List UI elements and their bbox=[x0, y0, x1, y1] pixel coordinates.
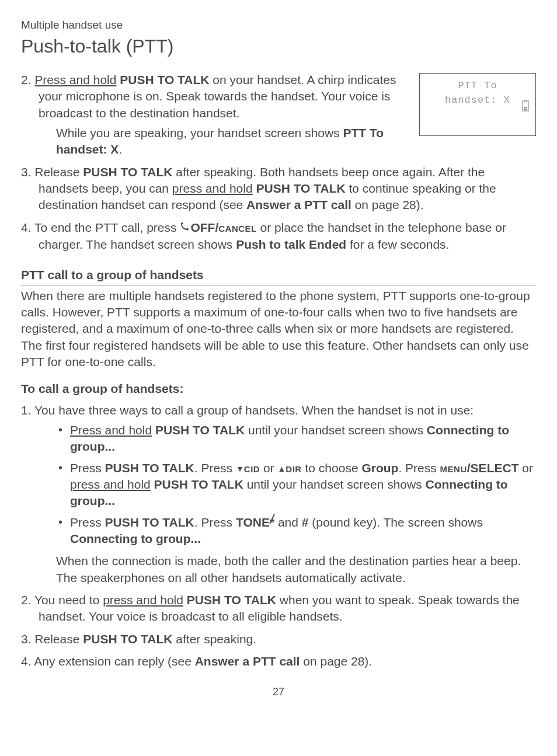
text: cancel bbox=[218, 221, 257, 234]
text: Any extension can reply (see bbox=[34, 654, 194, 668]
text: to choose bbox=[302, 461, 362, 475]
group-intro: When there are multiple handsets registe… bbox=[21, 288, 536, 371]
group-step-3: 3. Release PUSH TO TALK after speaking. bbox=[21, 631, 536, 647]
text: (pound key). The screen shows bbox=[309, 515, 483, 529]
text: You have three ways to call a group of h… bbox=[34, 403, 474, 417]
text: . Press bbox=[194, 461, 236, 475]
text: . bbox=[119, 142, 122, 156]
bullet-1: Press and hold PUSH TO TALK until your h… bbox=[70, 422, 536, 455]
step-4: 4. To end the PTT call, press OFF/cancel… bbox=[21, 220, 536, 253]
text: dir bbox=[286, 461, 301, 475]
text: Release bbox=[34, 165, 83, 179]
text: or bbox=[260, 461, 277, 475]
text: press and hold bbox=[172, 182, 253, 195]
text: You need to bbox=[34, 593, 103, 607]
bullet-2: Press PUSH TO TALK. Press ▼cid or ▲dir t… bbox=[70, 460, 536, 510]
text: on page 28). bbox=[300, 654, 372, 668]
text: OFF/ bbox=[190, 221, 218, 234]
text: Answer a PTT call bbox=[246, 198, 351, 211]
text: menu bbox=[440, 461, 467, 475]
text: and bbox=[274, 515, 302, 529]
battery-icon bbox=[521, 100, 530, 116]
step-number: 3. bbox=[21, 165, 32, 179]
text: . Press bbox=[194, 515, 236, 529]
step-number: 4. bbox=[21, 654, 32, 668]
text: PUSH TO TALK bbox=[155, 423, 245, 437]
text: Connecting to group... bbox=[70, 532, 201, 545]
text: Press and hold bbox=[34, 73, 116, 86]
bullet-3: Press PUSH TO TALK. Press TONE* and # (p… bbox=[70, 514, 536, 548]
text: Press and hold bbox=[70, 423, 152, 437]
text: Push to talk Ended bbox=[236, 238, 346, 251]
text: until your handset screen shows bbox=[245, 423, 427, 437]
text: Press bbox=[70, 515, 105, 529]
handset-screen-illustration: PTT To handset: X bbox=[419, 73, 536, 136]
screen-line-1: PTT To bbox=[424, 79, 531, 93]
text: PUSH TO TALK bbox=[105, 515, 194, 529]
text: PUSH TO TALK bbox=[256, 182, 345, 195]
group-step-1: 1. You have three ways to call a group o… bbox=[21, 402, 536, 586]
step-number: 2. bbox=[21, 73, 32, 86]
star-strike-icon: * bbox=[270, 514, 274, 531]
svg-rect-3 bbox=[524, 109, 527, 110]
text: TONE bbox=[236, 515, 270, 529]
text: /SELECT bbox=[467, 461, 519, 475]
text: PUSH TO TALK bbox=[83, 165, 172, 179]
text: on page 28). bbox=[351, 198, 424, 211]
page-title: Push-to-talk (PTT) bbox=[21, 34, 536, 59]
text: Group bbox=[361, 461, 398, 475]
to-call-heading: To call a group of handsets: bbox=[21, 381, 536, 397]
text: for a few seconds. bbox=[346, 238, 449, 251]
step-number: 4. bbox=[21, 221, 32, 234]
svg-rect-2 bbox=[524, 107, 527, 109]
after-bullets-text: When the connection is made, both the ca… bbox=[39, 553, 536, 586]
text: While you are speaking, your handset scr… bbox=[56, 126, 343, 140]
step-number: 2. bbox=[21, 593, 32, 607]
text: press and hold bbox=[103, 593, 183, 607]
group-step-2: 2. You need to press and hold PUSH TO TA… bbox=[21, 592, 536, 625]
text: PUSH TO TALK bbox=[83, 632, 172, 646]
bullet-list: Press and hold PUSH TO TALK until your h… bbox=[39, 422, 536, 547]
triangle-down-icon: ▼ bbox=[236, 464, 244, 475]
text: until your handset screen shows bbox=[243, 478, 426, 491]
text: # bbox=[302, 515, 309, 529]
text: Answer a PTT call bbox=[195, 654, 300, 668]
phone-off-icon bbox=[180, 220, 190, 236]
text: cid bbox=[244, 461, 260, 475]
step-number: 1. bbox=[21, 403, 32, 417]
text: Press bbox=[70, 461, 105, 475]
step-3: 3. Release PUSH TO TALK after speaking. … bbox=[21, 164, 536, 214]
text: Release bbox=[34, 632, 83, 646]
text: press and hold bbox=[70, 478, 151, 491]
triangle-up-icon: ▲ bbox=[277, 464, 286, 475]
text: PUSH TO TALK bbox=[120, 73, 209, 86]
text: . Press bbox=[398, 461, 440, 475]
text: or bbox=[518, 461, 533, 475]
page-number: 27 bbox=[21, 685, 536, 699]
screen-line-2: handset: X bbox=[424, 94, 531, 107]
group-heading: PTT call to a group of handsets bbox=[21, 267, 536, 285]
text: PUSH TO TALK bbox=[187, 593, 276, 607]
text: after speaking. bbox=[172, 632, 256, 646]
group-step-4: 4. Any extension can reply (see Answer a… bbox=[21, 653, 536, 670]
text: PUSH TO TALK bbox=[105, 461, 194, 475]
text: To end the PTT call, press bbox=[34, 221, 180, 234]
text: PUSH TO TALK bbox=[154, 478, 243, 491]
step-number: 3. bbox=[21, 632, 32, 646]
section-label: Multiple handset use bbox=[21, 18, 536, 33]
group-steps-list: 1. You have three ways to call a group o… bbox=[21, 402, 536, 670]
